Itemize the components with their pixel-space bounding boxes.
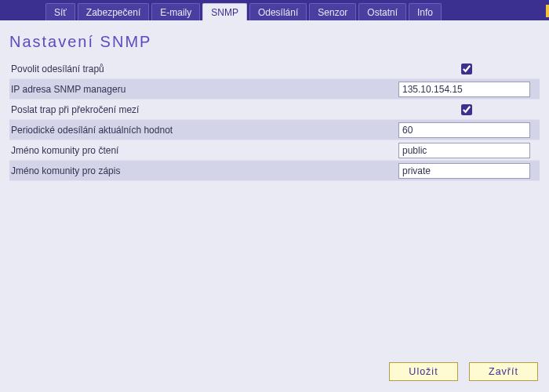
- row-periodic: Periodické odesílání aktuálních hodnot: [9, 120, 540, 140]
- label-enable-traps: Povolit odesílání trapů: [9, 64, 458, 74]
- checkbox-trap-on-limit[interactable]: [461, 104, 472, 115]
- checkbox-enable-traps[interactable]: [461, 64, 472, 74]
- close-button[interactable]: Zavřít: [469, 362, 538, 381]
- input-periodic[interactable]: [398, 122, 530, 138]
- label-periodic: Periodické odesílání aktuálních hodnot: [9, 125, 398, 136]
- input-comm-write[interactable]: [398, 163, 530, 179]
- tab-info[interactable]: Info: [409, 3, 442, 20]
- tab-zabezpeceni[interactable]: Zabezpečení: [78, 3, 149, 20]
- row-comm-read: Jméno komunity pro čtení: [9, 140, 540, 161]
- input-comm-read[interactable]: [398, 143, 530, 158]
- tab-snmp[interactable]: SNMP: [202, 3, 247, 20]
- tab-emaily[interactable]: E-maily: [151, 3, 200, 20]
- footer-buttons: Uložit Zavřít: [389, 362, 538, 381]
- label-trap-on-limit: Poslat trap při překročení mezí: [9, 104, 458, 115]
- row-comm-write: Jméno komunity pro zápis: [9, 161, 540, 181]
- label-comm-write: Jméno komunity pro zápis: [9, 165, 398, 176]
- content-area: Nastavení SNMP Povolit odesílání trapů I…: [0, 20, 549, 181]
- tab-senzor[interactable]: Senzor: [309, 3, 356, 20]
- row-enable-traps: Povolit odesílání trapů: [9, 59, 540, 79]
- tab-ostatni[interactable]: Ostatní: [358, 3, 406, 20]
- tab-bar: SíťZabezpečeníE-mailySNMPOdesíláníSenzor…: [0, 0, 549, 20]
- input-manager-ip[interactable]: [398, 82, 530, 97]
- save-button[interactable]: Uložit: [389, 362, 458, 381]
- page-title: Nastavení SNMP: [9, 33, 540, 51]
- tab-odesilani[interactable]: Odesílání: [249, 3, 307, 20]
- label-manager-ip: IP adresa SNMP manageru: [9, 84, 398, 95]
- settings-form: Povolit odesílání trapů IP adresa SNMP m…: [9, 59, 540, 181]
- tab-sit[interactable]: Síť: [45, 3, 75, 20]
- row-manager-ip: IP adresa SNMP manageru: [9, 79, 540, 100]
- row-trap-on-limit: Poslat trap při překročení mezí: [9, 100, 540, 120]
- label-comm-read: Jméno komunity pro čtení: [9, 145, 398, 156]
